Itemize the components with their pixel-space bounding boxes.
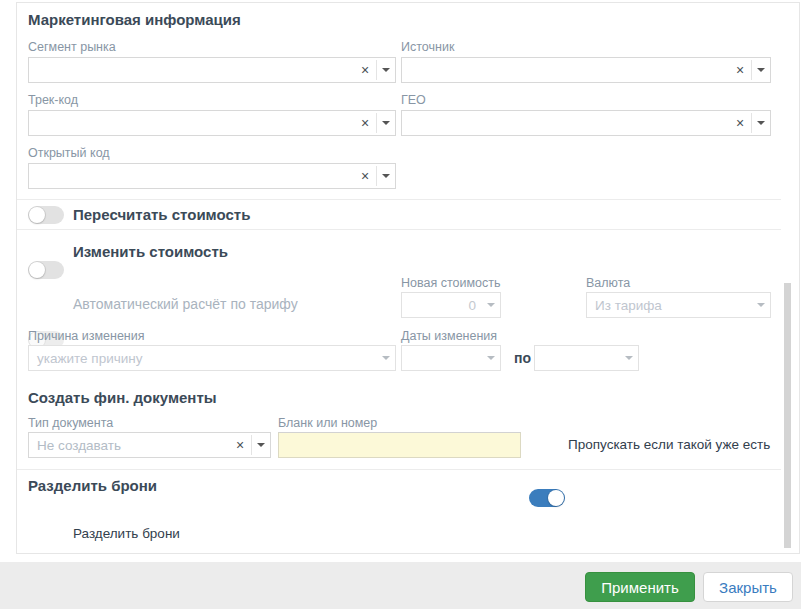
reason-label: Причина изменения	[28, 329, 145, 343]
apply-button[interactable]: Применить	[585, 572, 695, 602]
change-cost-label: Изменить стоимость	[73, 243, 228, 260]
reason-placeholder: укажите причину	[29, 346, 377, 370]
chevron-down-icon[interactable]	[377, 111, 395, 135]
market-segment-value[interactable]	[29, 58, 354, 82]
clear-icon[interactable]: ×	[729, 58, 751, 82]
chevron-down-icon	[752, 293, 770, 317]
date-from-value	[402, 346, 482, 370]
new-cost-value: 0	[402, 293, 482, 317]
source-combo[interactable]: ×	[401, 57, 771, 83]
scrollbar-thumb[interactable]	[784, 283, 791, 548]
doc-type-combo[interactable]: Не создавать ×	[28, 432, 271, 458]
marketing-section-title: Маркетинговая информация	[28, 11, 241, 28]
clear-icon[interactable]: ×	[229, 433, 251, 457]
recalc-cost-label: Пересчитать стоимость	[73, 206, 250, 223]
dialog-footer: Применить Закрыть	[0, 562, 801, 609]
chevron-down-icon[interactable]	[377, 58, 395, 82]
chevron-down-icon[interactable]	[252, 433, 270, 457]
track-code-combo[interactable]: ×	[28, 110, 396, 136]
open-code-combo[interactable]: ×	[28, 163, 396, 189]
chevron-down-icon[interactable]	[752, 111, 770, 135]
fin-docs-section-title: Создать фин. документы	[28, 389, 217, 406]
geo-combo[interactable]: ×	[401, 110, 771, 136]
currency-label: Валюта	[586, 276, 630, 290]
close-button[interactable]: Закрыть	[703, 572, 793, 602]
chevron-down-icon[interactable]	[752, 58, 770, 82]
divider	[17, 469, 781, 470]
split-toggle-label: Разделить брони	[73, 526, 180, 541]
clear-icon[interactable]: ×	[354, 58, 376, 82]
divider	[17, 229, 781, 230]
recalc-cost-toggle[interactable]	[28, 206, 64, 224]
date-from-select	[401, 345, 501, 371]
doc-type-label: Тип документа	[28, 416, 113, 430]
split-section-title: Разделить брони	[28, 477, 157, 494]
skip-existing-toggle[interactable]	[529, 489, 565, 507]
source-value[interactable]	[402, 58, 729, 82]
bulk-edit-dialog: Маркетинговая информация Сегмент рынка ×…	[0, 0, 809, 609]
blank-number-input[interactable]	[278, 432, 521, 458]
dates-label: Даты изменения	[401, 329, 497, 343]
blank-number-label: Бланк или номер	[278, 416, 377, 430]
track-code-label: Трек-код	[28, 93, 78, 107]
currency-value: Из тарифа	[587, 293, 752, 317]
reason-select: укажите причину	[28, 345, 396, 371]
clear-icon[interactable]: ×	[354, 164, 376, 188]
chevron-down-icon	[620, 346, 638, 370]
market-segment-combo[interactable]: ×	[28, 57, 396, 83]
skip-existing-label: Пропускать если такой уже есть	[568, 437, 770, 452]
currency-select: Из тарифа	[586, 292, 771, 318]
source-label: Источник	[401, 40, 454, 54]
market-segment-label: Сегмент рынка	[28, 40, 116, 54]
geo-value[interactable]	[402, 111, 729, 135]
clear-icon[interactable]: ×	[729, 111, 751, 135]
new-cost-label: Новая стоимость	[401, 276, 500, 290]
dates-to-label: по	[514, 350, 531, 366]
open-code-label: Открытый код	[28, 146, 110, 160]
chevron-down-icon	[482, 293, 500, 317]
date-to-value	[535, 346, 620, 370]
geo-label: ГЕО	[401, 93, 426, 107]
chevron-down-icon[interactable]	[377, 164, 395, 188]
date-to-select	[534, 345, 639, 371]
chevron-down-icon	[482, 346, 500, 370]
chevron-down-icon	[377, 346, 395, 370]
track-code-value[interactable]	[29, 111, 354, 135]
change-cost-toggle[interactable]	[28, 261, 64, 279]
clear-icon[interactable]: ×	[354, 111, 376, 135]
open-code-value[interactable]	[29, 164, 354, 188]
auto-calc-label: Автоматический расчёт по тарифу	[73, 296, 298, 312]
doc-type-value[interactable]: Не создавать	[29, 433, 229, 457]
form-scroll-area: Маркетинговая информация Сегмент рынка ×…	[16, 2, 800, 554]
new-cost-spinner: 0	[401, 292, 501, 318]
divider	[17, 199, 781, 200]
